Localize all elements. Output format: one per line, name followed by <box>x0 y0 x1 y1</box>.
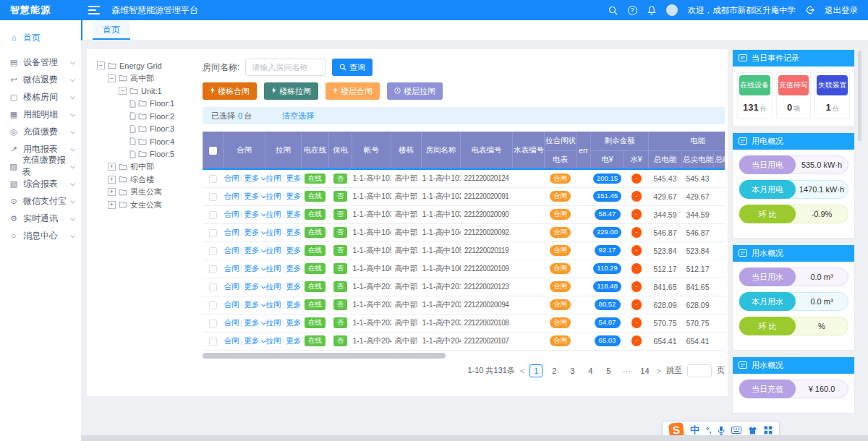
open-switch-link[interactable]: 拉闸 <box>266 246 281 254</box>
expand-expander-icon[interactable]: + <box>108 163 116 171</box>
page-number[interactable]: 1 <box>529 364 542 377</box>
vertical-scrollbar[interactable] <box>858 51 861 141</box>
ime-punctuation-icon[interactable]: °, <box>706 426 711 434</box>
open-switch-link[interactable]: 拉闸 <box>266 174 281 182</box>
microphone-icon[interactable] <box>718 426 725 435</box>
sidebar-item-recharge-report[interactable]: ▨充值缴费报表 <box>0 158 81 175</box>
close-switch-link[interactable]: 合闸 <box>224 228 239 236</box>
tree-node[interactable]: Floor:3 <box>97 123 204 136</box>
close-switch-link[interactable]: 合闸 <box>224 210 239 218</box>
row-checkbox[interactable] <box>209 265 217 273</box>
sidebar-collapse-icon[interactable] <box>88 6 100 14</box>
open-more-dropdown[interactable]: 更多 <box>286 300 301 309</box>
sidebar-item-wechat-refund[interactable]: ↩微信退费 <box>0 71 81 88</box>
skin-shirt-icon[interactable] <box>748 427 757 434</box>
sidebar-item-realtime-comm[interactable]: ⚙实时通讯 <box>0 210 81 227</box>
close-more-dropdown[interactable]: 更多 <box>244 336 265 345</box>
bulk-action-building-open[interactable]: 楼栋拉闸 <box>264 82 318 100</box>
open-more-dropdown[interactable]: 更多 <box>286 210 301 218</box>
close-switch-link[interactable]: 合闸 <box>224 318 239 327</box>
help-icon[interactable]: ? <box>628 6 637 15</box>
sidebar-item-wechat-alipay[interactable]: ⊙微信支付宝 <box>0 192 81 210</box>
open-switch-link[interactable]: 拉闸 <box>266 228 281 236</box>
open-switch-link[interactable]: 拉闸 <box>266 300 281 309</box>
close-switch-link[interactable]: 合闸 <box>224 174 239 182</box>
horizontal-scrollbar[interactable] <box>203 353 446 359</box>
close-switch-link[interactable]: 合闸 <box>224 336 239 345</box>
tree-node[interactable]: +初中部 <box>97 160 204 174</box>
row-checkbox[interactable] <box>209 229 217 237</box>
room-name-input[interactable] <box>245 59 326 76</box>
open-switch-link[interactable]: 拉闸 <box>266 210 281 218</box>
prev-page-arrow[interactable]: < <box>520 367 524 375</box>
logout-button[interactable]: 退出登录 <box>825 5 858 16</box>
clear-selection-link[interactable]: 清空选择 <box>282 111 314 121</box>
open-more-dropdown[interactable]: 更多 <box>286 192 301 200</box>
close-switch-link[interactable]: 合闸 <box>224 264 239 273</box>
sidebar-item-building-rooms[interactable]: ▢楼栋房间 <box>0 88 81 106</box>
search-icon[interactable] <box>608 6 618 15</box>
close-more-dropdown[interactable]: 更多 <box>244 300 265 309</box>
sidebar-item-home[interactable]: ⌂首页 <box>0 27 81 48</box>
row-checkbox[interactable] <box>209 320 217 327</box>
toolbox-icon[interactable] <box>764 426 773 434</box>
next-page-arrow[interactable]: > <box>657 367 661 375</box>
tree-node[interactable]: −Unit:1 <box>97 85 204 98</box>
close-more-dropdown[interactable]: 更多 <box>244 264 265 273</box>
tree-node[interactable]: Floor:1 <box>97 98 204 111</box>
collapse-expander-icon[interactable]: − <box>108 74 116 82</box>
sidebar-item-device-mgmt[interactable]: ▤设备管理 <box>0 53 81 71</box>
open-more-dropdown[interactable]: 更多 <box>286 228 301 236</box>
close-more-dropdown[interactable]: 更多 <box>244 282 265 291</box>
expand-expander-icon[interactable]: + <box>108 201 116 209</box>
close-more-dropdown[interactable]: 更多 <box>244 228 265 236</box>
expand-expander-icon[interactable]: + <box>108 188 116 196</box>
row-checkbox[interactable] <box>209 247 217 255</box>
row-checkbox[interactable] <box>209 193 217 201</box>
tree-node[interactable]: Floor:2 <box>97 110 204 123</box>
close-switch-link[interactable]: 合闸 <box>224 282 239 291</box>
close-switch-link[interactable]: 合闸 <box>224 300 239 309</box>
collapse-expander-icon[interactable]: − <box>119 87 127 95</box>
close-more-dropdown[interactable]: 更多 <box>244 318 265 327</box>
bulk-action-floor-close[interactable]: 楼层合闸 <box>326 82 380 100</box>
bell-icon[interactable] <box>647 6 656 15</box>
close-more-dropdown[interactable]: 更多 <box>244 246 265 254</box>
open-switch-link[interactable]: 拉闸 <box>266 264 281 273</box>
page-number[interactable]: 2 <box>548 364 561 377</box>
tree-node[interactable]: +女生公寓 <box>97 199 204 212</box>
tree-node[interactable]: +综合楼 <box>97 174 204 187</box>
collapse-expander-icon[interactable]: − <box>97 61 105 69</box>
row-checkbox[interactable] <box>209 301 217 309</box>
sidebar-item-recharge-pay[interactable]: ◎充值缴费 <box>0 123 81 140</box>
open-more-dropdown[interactable]: 更多 <box>286 264 301 273</box>
open-more-dropdown[interactable]: 更多 <box>286 174 301 182</box>
open-more-dropdown[interactable]: 更多 <box>286 246 301 254</box>
tree-node[interactable]: −高中部 <box>97 72 204 85</box>
close-more-dropdown[interactable]: 更多 <box>244 192 265 200</box>
open-switch-link[interactable]: 拉闸 <box>266 336 281 345</box>
page-number[interactable]: 14 <box>638 364 651 377</box>
avatar[interactable] <box>666 4 678 16</box>
close-more-dropdown[interactable]: 更多 <box>244 210 265 218</box>
open-more-dropdown[interactable]: 更多 <box>286 282 301 291</box>
virtual-keyboard-icon[interactable] <box>731 427 741 434</box>
row-checkbox[interactable] <box>209 338 217 346</box>
bulk-action-building-close[interactable]: 楼栋合闸 <box>203 82 257 100</box>
close-switch-link[interactable]: 合闸 <box>224 192 239 200</box>
expand-expander-icon[interactable]: + <box>108 176 116 184</box>
close-switch-link[interactable]: 合闸 <box>224 246 239 254</box>
sidebar-item-message-center[interactable]: ○消息中心 <box>0 227 81 244</box>
jump-page-input[interactable] <box>687 364 712 377</box>
tree-node[interactable]: Floor:4 <box>97 135 204 148</box>
bulk-action-floor-open[interactable]: 楼层拉闸 <box>387 82 443 100</box>
page-number[interactable]: 4 <box>584 364 597 377</box>
open-switch-link[interactable]: 拉闸 <box>266 192 281 200</box>
close-more-dropdown[interactable]: 更多 <box>244 174 265 182</box>
tab-home[interactable]: 首页 <box>93 21 130 40</box>
logout-icon[interactable] <box>806 6 814 14</box>
open-more-dropdown[interactable]: 更多 <box>286 336 301 345</box>
tree-node[interactable]: −Energy Grid <box>97 59 204 72</box>
row-checkbox[interactable] <box>209 175 217 183</box>
open-more-dropdown[interactable]: 更多 <box>286 318 301 327</box>
